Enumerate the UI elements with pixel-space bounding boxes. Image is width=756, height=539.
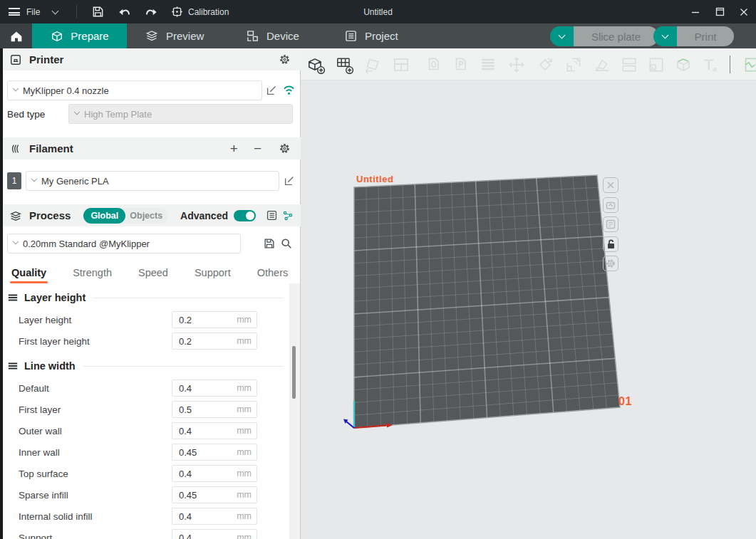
- maximize-icon: [715, 7, 725, 16]
- filament-preset-select[interactable]: My Generic PLA: [26, 171, 279, 191]
- process-preset-select[interactable]: 0.20mm Standard @MyKlipper: [7, 234, 241, 253]
- param-label: Support: [19, 533, 172, 539]
- add-filament-button[interactable]: +: [230, 142, 238, 155]
- scope-objects[interactable]: Objects: [125, 211, 162, 221]
- advanced-label: Advanced: [180, 210, 228, 221]
- param-input-first-layer-height[interactable]: 0.2mm: [172, 333, 257, 350]
- gear-icon: [279, 142, 291, 155]
- scrollbar-thumb[interactable]: [292, 346, 296, 399]
- add-model-icon[interactable]: [305, 54, 326, 75]
- device-icon: [246, 29, 259, 43]
- delete-plate-icon: [604, 179, 617, 192]
- filament-slot-badge: 1: [7, 172, 21, 189]
- compare-presets-button[interactable]: [282, 210, 294, 221]
- delete-plate-button[interactable]: [603, 177, 618, 193]
- print-group: Print: [653, 26, 734, 46]
- param-value: 0.5: [179, 404, 192, 415]
- close-button[interactable]: [732, 0, 756, 23]
- save-button[interactable]: [91, 0, 105, 23]
- settings-tab-strength[interactable]: Strength: [73, 262, 112, 283]
- maximize-button[interactable]: [708, 0, 732, 23]
- section-header[interactable]: Line width: [7, 357, 289, 375]
- settings-tabbar: QualityStrengthSpeedSupportOthers: [3, 262, 289, 283]
- param-input-default[interactable]: 0.4mm: [172, 380, 257, 397]
- plate-settings-button[interactable]: [603, 216, 618, 232]
- param-input-outer-wall[interactable]: 0.4mm: [172, 422, 257, 439]
- tab-prepare[interactable]: Prepare: [32, 23, 127, 48]
- print-options-button[interactable]: [653, 26, 677, 46]
- compare-icon: [282, 210, 294, 221]
- save-preset-button[interactable]: [263, 237, 276, 250]
- arrange-plate-button[interactable]: [603, 197, 618, 213]
- app-menu-button[interactable]: File: [9, 0, 40, 23]
- slice-plate-button[interactable]: Slice plate: [574, 26, 658, 46]
- printer-preset-value: MyKlipper 0.4 nozzle: [23, 85, 109, 96]
- undo-button[interactable]: [117, 0, 131, 23]
- param-label: First layer: [19, 404, 172, 415]
- tab-device[interactable]: Device: [246, 23, 299, 48]
- settings-tab-support[interactable]: Support: [195, 262, 231, 283]
- param-input-layer-height[interactable]: 0.2mm: [172, 311, 257, 328]
- edit-printer-button[interactable]: [265, 84, 278, 97]
- remove-filament-button[interactable]: −: [254, 142, 262, 155]
- settings-tab-quality[interactable]: Quality: [11, 262, 46, 283]
- param-input-inner-wall[interactable]: 0.45mm: [172, 444, 257, 461]
- print-button[interactable]: Print: [677, 26, 734, 46]
- minimize-button[interactable]: [683, 0, 708, 23]
- param-row: First layer height0.2mm: [3, 330, 289, 352]
- settings-scrollbar[interactable]: [289, 283, 300, 539]
- param-unit: mm: [237, 469, 252, 478]
- lock-plate-button[interactable]: [603, 236, 618, 252]
- tab-project[interactable]: Project: [344, 23, 398, 48]
- parameter-table-button[interactable]: [266, 209, 278, 221]
- plate-number-label: 01: [618, 395, 632, 408]
- tab-preview[interactable]: Preview: [145, 23, 204, 48]
- preview-icon: [145, 29, 159, 43]
- param-input-first-layer[interactable]: 0.5mm: [172, 401, 257, 418]
- build-plate[interactable]: [301, 80, 756, 539]
- param-input-top-surface[interactable]: 0.4mm: [172, 465, 257, 482]
- chevron-down-icon: [31, 176, 37, 182]
- redo-button[interactable]: [145, 0, 159, 23]
- file-menu-dropdown[interactable]: [53, 0, 58, 23]
- plate-area[interactable]: Untitled 01: [301, 80, 756, 539]
- list-icon: [266, 209, 278, 221]
- bed-type-select[interactable]: High Temp Plate: [68, 104, 293, 124]
- filament-settings-button[interactable]: [279, 142, 291, 155]
- bed-type-label: Bed type: [7, 109, 45, 120]
- edit-filament-button[interactable]: [283, 174, 296, 187]
- split-icon: [618, 54, 640, 75]
- param-input-internal-solid-infill[interactable]: 0.4mm: [172, 508, 257, 525]
- section-rule: [83, 366, 284, 367]
- process-scope-toggle[interactable]: Global Objects: [83, 208, 168, 224]
- param-label: Layer height: [19, 315, 172, 325]
- edit-icon: [283, 174, 296, 187]
- param-unit: mm: [237, 383, 252, 393]
- settings-tab-speed[interactable]: Speed: [138, 262, 168, 283]
- mesh-edit-icon: [673, 54, 694, 75]
- param-value: 0.4: [179, 511, 192, 522]
- search-settings-button[interactable]: [280, 237, 293, 250]
- param-row: Inner wall0.45mm: [3, 441, 289, 463]
- advanced-toggle[interactable]: [234, 210, 256, 221]
- param-unit: mm: [237, 447, 252, 457]
- add-plate-icon[interactable]: [333, 54, 355, 75]
- chevron-down-icon: [662, 32, 669, 39]
- slice-options-button[interactable]: [550, 26, 574, 46]
- section-header[interactable]: Layer height: [7, 289, 289, 306]
- text-tool-icon: a: [700, 54, 721, 75]
- calibration-button[interactable]: Calibration: [171, 0, 229, 23]
- scope-global[interactable]: Global: [83, 208, 125, 224]
- file-menu-label: File: [26, 7, 40, 17]
- printer-settings-button[interactable]: [279, 53, 291, 66]
- plate-gear-button[interactable]: [603, 256, 618, 271]
- chevron-down-icon: [13, 85, 19, 91]
- printer-connection-button[interactable]: [282, 84, 296, 96]
- scale-icon: [563, 54, 584, 75]
- param-input-support[interactable]: 0.4mm: [172, 529, 257, 539]
- printer-preset-select[interactable]: MyKlipper 0.4 nozzle: [7, 80, 262, 100]
- settings-tab-others[interactable]: Others: [257, 262, 289, 283]
- param-input-sparse-infill[interactable]: 0.45mm: [172, 486, 257, 503]
- home-button[interactable]: [0, 23, 32, 48]
- viewport-3d[interactable]: a Untitled 01: [301, 48, 756, 539]
